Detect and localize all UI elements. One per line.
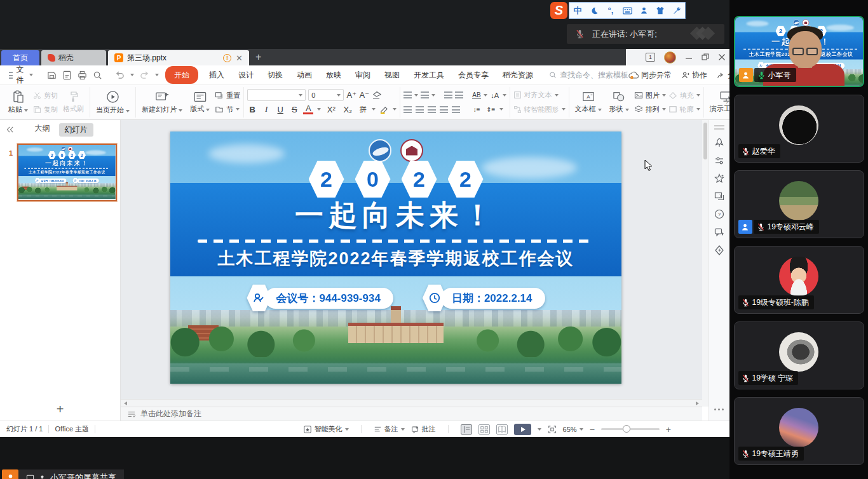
editing-canvas[interactable]: 2 0 2 2 一起向未来！ 土木工程学院2022年春季学期返校工作会议 会议号… xyxy=(121,120,702,407)
pinyin-guide-button[interactable]: 拼 xyxy=(358,105,368,114)
align-left-button[interactable] xyxy=(403,106,412,113)
toolbar-more-icon[interactable] xyxy=(155,74,159,76)
horizontal-scrollbar[interactable] xyxy=(121,399,702,407)
collapse-panel-icon[interactable] xyxy=(6,126,14,133)
italic-button[interactable]: I xyxy=(261,104,271,114)
sync-status-button[interactable]: ! 同步异常 xyxy=(628,70,672,81)
notes-toggle-button[interactable]: 备注 xyxy=(374,424,405,434)
zoom-slider-knob[interactable] xyxy=(623,425,630,433)
decrease-font-button[interactable]: A⁻ xyxy=(359,90,369,100)
ribbon-tab-start[interactable]: 开始 xyxy=(165,66,198,84)
participant-tile[interactable]: 19专硕王靖勇 xyxy=(734,397,864,465)
reading-view-button[interactable] xyxy=(496,424,508,435)
close-doc-tab-icon[interactable]: ✕ xyxy=(236,53,243,63)
notes-bar[interactable]: 单击此处添加备注 xyxy=(121,407,702,421)
duplicate-slides-icon[interactable] xyxy=(714,192,724,201)
window-switch-icon[interactable]: 1 xyxy=(646,53,655,62)
clear-format-button[interactable] xyxy=(372,91,381,99)
doc-warning-icon[interactable]: ! xyxy=(223,54,231,62)
align-right-button[interactable] xyxy=(428,106,436,113)
comments-button[interactable]: 批注 xyxy=(411,424,436,434)
text-direction-button[interactable]: ↓A xyxy=(490,91,500,99)
slide-thumbnail[interactable]: 2 0 2 2 一起向未来！ 土木工程学院2022年春季学期返校工作会议 会议号… xyxy=(17,144,117,201)
screen-share-indicator[interactable]: 小军哥的屏幕共享 xyxy=(2,469,124,479)
save-button[interactable] xyxy=(47,71,57,80)
restore-button[interactable] xyxy=(702,53,709,61)
feedback-icon[interactable] xyxy=(714,227,724,237)
ribbon-tab-animation[interactable]: 动画 xyxy=(290,68,319,82)
beautify-star-icon[interactable] xyxy=(714,173,724,184)
fit-window-icon[interactable] xyxy=(548,425,557,434)
numbering-button[interactable] xyxy=(421,91,429,98)
minimize-button[interactable] xyxy=(685,53,693,61)
participant-tile[interactable]: 19级专硕班-陈鹏 xyxy=(734,246,864,314)
redo-button[interactable] xyxy=(140,71,149,79)
ribbon-tab-view[interactable]: 视图 xyxy=(377,68,407,82)
sogou-account-icon[interactable] xyxy=(635,3,652,18)
justify-button[interactable] xyxy=(440,106,448,113)
undo-button[interactable] xyxy=(115,71,125,79)
participant-tile[interactable]: 19学硕 宁琛 xyxy=(734,321,864,389)
paste-button[interactable]: 粘贴 xyxy=(6,90,31,114)
cut-button[interactable]: 剪切 xyxy=(33,89,58,102)
char-spacing-button[interactable]: AB xyxy=(472,91,480,99)
flash-assistant-icon[interactable] xyxy=(714,245,724,255)
arrange-button[interactable]: 排列 xyxy=(634,103,666,116)
participant-tile[interactable]: 赵爱华 xyxy=(734,95,864,163)
print-preview-button[interactable] xyxy=(93,71,102,80)
slide-layout-button[interactable]: 版式 xyxy=(187,91,212,114)
tab-home[interactable]: 首页 xyxy=(1,50,39,65)
rocket-quick-tools-icon[interactable] xyxy=(714,138,724,148)
close-button[interactable] xyxy=(718,53,726,61)
skin-shirt-icon[interactable] xyxy=(652,3,668,18)
shape-outline-button[interactable]: 轮廓 xyxy=(668,103,700,116)
punctuation-toggle[interactable]: °, xyxy=(602,3,619,18)
para-spacing-button[interactable]: ⇕≡ xyxy=(485,106,496,113)
superscript-button[interactable]: X² xyxy=(325,105,337,114)
chinese-mode-toggle[interactable]: 中 xyxy=(569,3,586,18)
slides-tab[interactable]: 幻灯片 xyxy=(59,123,93,137)
increase-font-button[interactable]: A⁺ xyxy=(346,90,356,100)
input-method-toolbar[interactable]: S 中 °, xyxy=(550,2,686,19)
zoom-in-button[interactable]: + xyxy=(666,424,671,435)
command-search[interactable]: 查找命令、搜索模板 xyxy=(549,70,628,81)
ribbon-tab-transition[interactable]: 切换 xyxy=(261,68,290,82)
drag-handle-icon[interactable] xyxy=(714,125,724,130)
shapes-button[interactable]: 形状 xyxy=(607,91,632,114)
reset-button[interactable]: 重置 xyxy=(215,89,240,102)
settings-wrench-icon[interactable] xyxy=(668,3,685,18)
ribbon-tab-member[interactable]: 会员专享 xyxy=(451,68,496,82)
smart-beautify-button[interactable]: 智能美化 xyxy=(303,424,349,434)
play-from-current-button[interactable]: 当页开始 xyxy=(93,90,132,115)
insert-picture-button[interactable]: 图片 xyxy=(634,89,666,102)
properties-sliders-icon[interactable] xyxy=(714,156,724,165)
copy-button[interactable]: 复制 xyxy=(33,103,58,116)
strikethrough-button[interactable]: S xyxy=(289,105,299,114)
align-center-button[interactable] xyxy=(416,106,424,113)
textbox-button[interactable]: A 文本框 xyxy=(573,91,604,114)
undo-dropdown-icon[interactable] xyxy=(130,74,134,76)
increase-indent-button[interactable] xyxy=(455,91,463,98)
collaborate-button[interactable]: 协作 xyxy=(681,70,707,81)
account-avatar[interactable] xyxy=(664,51,676,64)
distribute-button[interactable] xyxy=(452,106,460,113)
scroll-left-icon[interactable] xyxy=(124,401,127,405)
shape-fill-button[interactable]: 填充 xyxy=(668,89,700,102)
theme-name[interactable]: Office 主题 xyxy=(55,424,89,434)
help-icon[interactable]: ? xyxy=(714,209,724,219)
zoom-level[interactable]: 65% xyxy=(563,426,583,433)
slideshow-play-button[interactable] xyxy=(514,424,531,435)
fullhalf-moon-icon[interactable] xyxy=(586,3,602,18)
underline-button[interactable]: U xyxy=(275,105,285,114)
slide-sorter-view-button[interactable] xyxy=(478,424,490,435)
ribbon-tab-review[interactable]: 审阅 xyxy=(348,68,377,82)
participant-tile[interactable]: 19专硕邓云峰 xyxy=(734,170,864,238)
tab-docer[interactable]: 稻壳 xyxy=(41,50,106,65)
bullets-button[interactable] xyxy=(403,91,412,98)
print-button[interactable] xyxy=(78,71,87,80)
font-color-button[interactable]: A xyxy=(303,105,313,114)
ribbon-tab-insert[interactable]: 插入 xyxy=(202,68,231,82)
new-tab-button[interactable]: + xyxy=(255,51,261,63)
ribbon-overflow-icon[interactable]: › xyxy=(726,98,728,105)
ribbon-tab-design[interactable]: 设计 xyxy=(231,68,261,82)
